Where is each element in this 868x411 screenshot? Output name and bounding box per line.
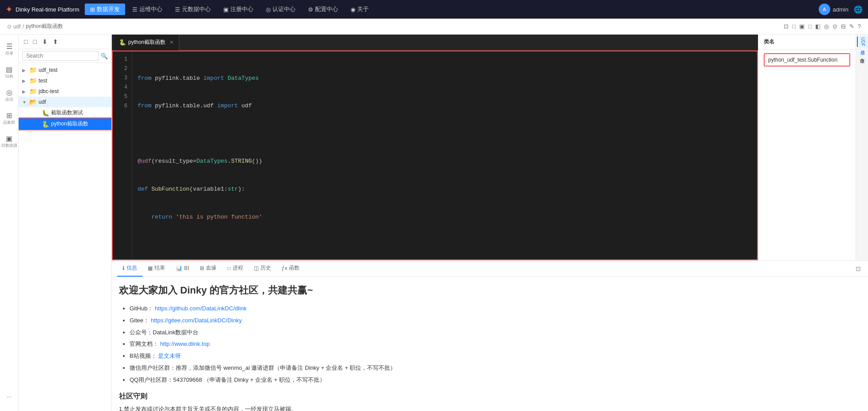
admin-menu[interactable]: A admin	[819, 4, 848, 15]
udf-info-btn[interactable]: UDF信息	[857, 36, 868, 47]
wechat-group-text: 微信用户社区群：推荐，添加微信号 wenmo_ai 邀请进群（申请备注 Dink…	[130, 364, 396, 371]
new-file-button[interactable]: □	[22, 37, 29, 46]
tab-progress[interactable]: □ 进程	[222, 261, 248, 277]
admin-avatar: A	[819, 4, 830, 15]
tab-result[interactable]: ▦ 结果	[142, 261, 170, 277]
new-icon[interactable]: □	[792, 23, 796, 30]
conversation-icon: ◎	[6, 88, 12, 97]
class-name-field: python_udf_test.SubFunction	[764, 53, 850, 67]
info-links-list: GitHub： https://github.com/DataLinkDC/dl…	[119, 304, 861, 385]
info-title: 欢迎大家加入 Dinky 的官方社区，共建共赢~	[119, 284, 861, 297]
code-editor-inner: 1 2 3 4 5 6 from pyflink.table import Da…	[113, 51, 757, 259]
delete-icon[interactable]: ⊟	[841, 23, 846, 30]
folder-icon[interactable]: ▣	[799, 23, 805, 30]
info-qq-group: QQ用户社区群：543709668 （申请备注 Dinky + 企业名 + 职位…	[130, 376, 861, 385]
sidebar-icon-bar: ☰ 目录 ▤ 结构 ◎ 会话 ⊞ 品集群 ▣ 目数据源 ···	[0, 35, 19, 411]
nav-config[interactable]: ⚙ 配置中心	[303, 4, 343, 15]
tree-arrow-udf-test: ▶	[22, 68, 28, 73]
tree-item-test[interactable]: ▶ 📁 test	[19, 75, 111, 86]
auth-icon: ◎	[266, 6, 271, 13]
nav-auth[interactable]: ◎ 认证中心	[260, 4, 301, 15]
tree-item-python-jiequhanshu[interactable]: ▶ 🐍 python截取函数	[19, 118, 111, 129]
camera-icon[interactable]: ⊙	[832, 23, 837, 30]
breadcrumb-path: ⊙ udf / python截取函数	[7, 23, 63, 30]
tab-history[interactable]: ◫ 历史	[249, 261, 276, 277]
edit-icon[interactable]: ✎	[849, 23, 854, 30]
github-link[interactable]: https://github.com/DataLinkDC/dlink	[155, 305, 247, 312]
docs-link[interactable]: http://www.dlink.top	[160, 341, 210, 347]
file-icon-jiequhanshu: 🐛	[42, 110, 49, 117]
code-line-5: def SubFunction(variable1:str):	[138, 184, 752, 194]
udf-info-label: UDF信息	[860, 37, 866, 47]
gitee-link[interactable]: https://gitee.com/DataLinkDC/Dinky	[151, 317, 242, 324]
search-input[interactable]	[22, 51, 99, 61]
sidebar-item-structure[interactable]: ▤ 结构	[1, 61, 17, 82]
tab-function[interactable]: ƒx 函数	[276, 261, 305, 277]
structure-label: 结构	[5, 74, 13, 78]
sidebar-item-cluster[interactable]: ⊞ 品集群	[1, 107, 17, 129]
info-tab-icon: ℹ	[122, 265, 125, 271]
code-line-1: from pyflink.table import DataTypes	[138, 74, 752, 83]
search-icon[interactable]: 🔍	[101, 53, 108, 59]
info-tab-label: 信息	[126, 264, 137, 272]
folder-icon-jdbc-test: 📁	[29, 88, 37, 95]
upload-button[interactable]: ⬆	[51, 37, 60, 46]
bilibili-link[interactable]: 是文未呀	[158, 352, 181, 359]
sidebar-item-datasource[interactable]: ▣ 目数据源	[1, 130, 17, 152]
result-tab-label: 结果	[154, 264, 165, 272]
nav-data-dev-label: 数据开发	[97, 5, 120, 13]
sidebar-item-more[interactable]: ···	[1, 386, 17, 407]
tab-info[interactable]: ℹ 信息	[117, 261, 142, 277]
nav-about[interactable]: ◉ 关于	[345, 4, 374, 15]
info-link-bilibili: B站视频： 是文未呀	[130, 352, 861, 361]
maximize-button[interactable]: ⊡	[854, 263, 863, 274]
history-tab-icon: ◫	[254, 265, 259, 271]
tree-item-udf-test[interactable]: ▶ 📁 udf_test	[19, 65, 111, 75]
folder-icon-test: 📁	[29, 77, 37, 84]
code-line-6: return 'this is python function'	[138, 212, 752, 222]
logo-icon: ✦	[5, 4, 13, 15]
tab-lineage[interactable]: ⊞ 血缘	[194, 261, 222, 277]
nav-meta-label: 元数据中心	[182, 5, 211, 13]
data-dev-icon: ⊞	[90, 6, 95, 13]
register-icon: ▣	[223, 6, 229, 13]
nav-about-label: 关于	[357, 5, 369, 13]
info-wechat-public: 公众号：DataLink数据中台	[130, 328, 861, 337]
class-name-value: python_udf_test.SubFunction	[768, 57, 837, 63]
nav-data-dev[interactable]: ⊞ 数据开发	[85, 4, 125, 15]
run-icon[interactable]: ⊡	[784, 23, 789, 30]
tab-bi[interactable]: 📊 BI	[170, 261, 194, 277]
editor-and-right: 🐍 python截取函数 ✕ 1 2 3 4 5 6	[112, 35, 868, 260]
tree-arrow-jdbc-test: ▶	[22, 89, 28, 94]
nav-meta[interactable]: ☰ 元数据中心	[170, 4, 216, 15]
tree-item-udf[interactable]: ▼ 📂 udf	[19, 97, 111, 107]
nav-register[interactable]: ▣ 注册中心	[218, 4, 259, 15]
shield-icon[interactable]: ◎	[824, 23, 829, 30]
globe-icon[interactable]: 🌐	[854, 5, 863, 14]
app-logo: ✦ Dinky Real-time Platform	[5, 4, 79, 15]
progress-tab-icon: □	[227, 265, 230, 271]
download-button[interactable]: ⬇	[40, 37, 49, 46]
tree-item-jdbc-test[interactable]: ▶ 📁 jdbc-test	[19, 86, 111, 97]
conversation-label: 会话	[5, 98, 13, 102]
tree-arrow-test: ▶	[22, 78, 28, 83]
bottom-tab-bar: ℹ 信息 ▦ 结果 📊 BI ⊞ 血缘 □ 进程	[112, 261, 868, 277]
new-folder-button[interactable]: □	[31, 37, 38, 46]
bottom-panel: ℹ 信息 ▦ 结果 📊 BI ⊞ 血缘 □ 进程	[112, 260, 868, 411]
editor-tab-python[interactable]: 🐍 python截取函数 ✕	[114, 35, 179, 51]
copy-icon[interactable]: ◧	[815, 23, 821, 30]
nav-ops-label: 运维中心	[139, 5, 162, 13]
right-panel-content: python_udf_test.SubFunction	[758, 50, 856, 70]
right-panel-header: 类名	[758, 35, 856, 50]
info-link-gitee: Gitee： https://gitee.com/DataLinkDC/Dink…	[130, 316, 861, 325]
tab-close-python[interactable]: ✕	[170, 39, 174, 45]
job-info-btn[interactable]: 作业信息	[857, 50, 868, 60]
save-icon[interactable]: □	[808, 23, 812, 30]
nav-ops[interactable]: ☰ 运维中心	[127, 4, 168, 15]
sidebar-item-catalog[interactable]: ☰ 目录	[1, 38, 17, 59]
sidebar-item-conversation[interactable]: ◎ 会话	[1, 84, 17, 106]
help-icon[interactable]: ?	[858, 23, 861, 30]
line-numbers: 1 2 3 4 5 6	[113, 51, 132, 259]
code-editor[interactable]: 1 2 3 4 5 6 from pyflink.table import Da…	[112, 51, 758, 260]
tree-item-jiequhanshu[interactable]: ▶ 🐛 截取函数测试	[19, 107, 111, 118]
